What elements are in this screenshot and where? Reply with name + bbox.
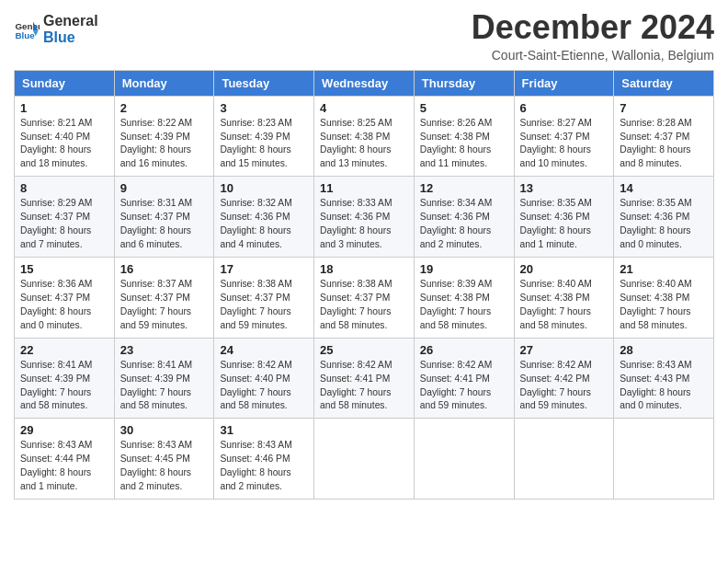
title-area: December 2024 Court-Saint-Etienne, Wallo… xyxy=(472,9,714,63)
calendar-cell: 9Sunrise: 8:31 AMSunset: 4:37 PMDaylight… xyxy=(114,177,214,258)
day-number: 15 xyxy=(20,262,108,276)
calendar-cell: 12Sunrise: 8:34 AMSunset: 4:36 PMDayligh… xyxy=(414,177,514,258)
calendar-cell xyxy=(614,419,714,500)
day-info: Sunrise: 8:38 AMSunset: 4:37 PMDaylight:… xyxy=(220,278,308,333)
calendar-cell: 1Sunrise: 8:21 AMSunset: 4:40 PMDaylight… xyxy=(15,96,115,177)
day-info: Sunrise: 8:42 AMSunset: 4:42 PMDaylight:… xyxy=(520,359,609,414)
day-info: Sunrise: 8:43 AMSunset: 4:44 PMDaylight:… xyxy=(20,439,108,494)
day-number: 19 xyxy=(420,262,508,276)
calendar-cell: 22Sunrise: 8:41 AMSunset: 4:39 PMDayligh… xyxy=(15,338,115,419)
day-number: 3 xyxy=(220,101,308,115)
day-info: Sunrise: 8:32 AMSunset: 4:36 PMDaylight:… xyxy=(220,197,308,252)
calendar-cell: 25Sunrise: 8:42 AMSunset: 4:41 PMDayligh… xyxy=(314,338,415,419)
calendar-week-4: 22Sunrise: 8:41 AMSunset: 4:39 PMDayligh… xyxy=(15,338,714,419)
calendar-cell: 31Sunrise: 8:43 AMSunset: 4:46 PMDayligh… xyxy=(214,419,314,500)
day-number: 31 xyxy=(220,423,308,437)
day-info: Sunrise: 8:42 AMSunset: 4:40 PMDaylight:… xyxy=(220,359,308,414)
logo-general: General xyxy=(43,13,98,29)
day-info: Sunrise: 8:35 AMSunset: 4:36 PMDaylight:… xyxy=(520,197,609,252)
calendar-cell: 27Sunrise: 8:42 AMSunset: 4:42 PMDayligh… xyxy=(514,338,614,419)
logo: General Blue General Blue xyxy=(14,13,98,47)
day-number: 16 xyxy=(120,262,209,276)
day-number: 29 xyxy=(20,423,108,437)
calendar-week-1: 1Sunrise: 8:21 AMSunset: 4:40 PMDaylight… xyxy=(15,96,714,177)
day-info: Sunrise: 8:37 AMSunset: 4:37 PMDaylight:… xyxy=(120,278,209,333)
day-info: Sunrise: 8:29 AMSunset: 4:37 PMDaylight:… xyxy=(20,197,108,252)
day-number: 27 xyxy=(520,343,609,357)
header: General Blue General Blue December 2024 … xyxy=(14,9,714,63)
day-number: 2 xyxy=(120,101,209,115)
location-subtitle: Court-Saint-Etienne, Wallonia, Belgium xyxy=(472,48,714,63)
calendar-cell xyxy=(314,419,415,500)
calendar-cell: 18Sunrise: 8:38 AMSunset: 4:37 PMDayligh… xyxy=(314,257,415,338)
calendar-cell: 23Sunrise: 8:41 AMSunset: 4:39 PMDayligh… xyxy=(114,338,214,419)
day-info: Sunrise: 8:23 AMSunset: 4:39 PMDaylight:… xyxy=(220,117,308,172)
day-info: Sunrise: 8:31 AMSunset: 4:37 PMDaylight:… xyxy=(120,197,209,252)
day-number: 24 xyxy=(220,343,308,357)
day-number: 12 xyxy=(420,181,508,195)
col-header-monday: Monday xyxy=(114,70,214,96)
calendar-cell xyxy=(514,419,614,500)
calendar-cell: 16Sunrise: 8:37 AMSunset: 4:37 PMDayligh… xyxy=(114,257,214,338)
day-info: Sunrise: 8:38 AMSunset: 4:37 PMDaylight:… xyxy=(320,278,408,333)
day-number: 11 xyxy=(320,181,408,195)
calendar-cell: 2Sunrise: 8:22 AMSunset: 4:39 PMDaylight… xyxy=(114,96,214,177)
calendar-cell: 14Sunrise: 8:35 AMSunset: 4:36 PMDayligh… xyxy=(614,177,714,258)
day-info: Sunrise: 8:36 AMSunset: 4:37 PMDaylight:… xyxy=(20,278,108,333)
day-info: Sunrise: 8:22 AMSunset: 4:39 PMDaylight:… xyxy=(120,117,209,172)
day-info: Sunrise: 8:35 AMSunset: 4:36 PMDaylight:… xyxy=(620,197,708,252)
calendar-cell: 15Sunrise: 8:36 AMSunset: 4:37 PMDayligh… xyxy=(15,257,115,338)
calendar-cell: 5Sunrise: 8:26 AMSunset: 4:38 PMDaylight… xyxy=(414,96,514,177)
calendar-cell: 3Sunrise: 8:23 AMSunset: 4:39 PMDaylight… xyxy=(214,96,314,177)
col-header-tuesday: Tuesday xyxy=(214,70,314,96)
day-number: 5 xyxy=(420,101,508,115)
calendar-cell: 11Sunrise: 8:33 AMSunset: 4:36 PMDayligh… xyxy=(314,177,415,258)
day-number: 6 xyxy=(520,101,609,115)
day-info: Sunrise: 8:21 AMSunset: 4:40 PMDaylight:… xyxy=(20,117,108,172)
day-info: Sunrise: 8:40 AMSunset: 4:38 PMDaylight:… xyxy=(620,278,708,333)
day-number: 26 xyxy=(420,343,508,357)
day-number: 4 xyxy=(320,101,408,115)
calendar-week-3: 15Sunrise: 8:36 AMSunset: 4:37 PMDayligh… xyxy=(15,257,714,338)
calendar-cell: 17Sunrise: 8:38 AMSunset: 4:37 PMDayligh… xyxy=(214,257,314,338)
calendar-cell: 28Sunrise: 8:43 AMSunset: 4:43 PMDayligh… xyxy=(614,338,714,419)
calendar-cell xyxy=(414,419,514,500)
col-header-saturday: Saturday xyxy=(614,70,714,96)
day-number: 21 xyxy=(620,262,708,276)
calendar-cell: 21Sunrise: 8:40 AMSunset: 4:38 PMDayligh… xyxy=(614,257,714,338)
day-number: 25 xyxy=(320,343,408,357)
calendar-week-5: 29Sunrise: 8:43 AMSunset: 4:44 PMDayligh… xyxy=(15,419,714,500)
day-number: 7 xyxy=(620,101,708,115)
day-info: Sunrise: 8:34 AMSunset: 4:36 PMDaylight:… xyxy=(420,197,508,252)
day-number: 20 xyxy=(520,262,609,276)
calendar-table: SundayMondayTuesdayWednesdayThursdayFrid… xyxy=(14,70,714,500)
logo-icon: General Blue xyxy=(14,17,40,42)
calendar-cell: 4Sunrise: 8:25 AMSunset: 4:38 PMDaylight… xyxy=(314,96,415,177)
calendar-cell: 24Sunrise: 8:42 AMSunset: 4:40 PMDayligh… xyxy=(214,338,314,419)
logo-blue: Blue xyxy=(43,29,98,46)
calendar-cell: 6Sunrise: 8:27 AMSunset: 4:37 PMDaylight… xyxy=(514,96,614,177)
day-number: 9 xyxy=(120,181,209,195)
calendar-header-row: SundayMondayTuesdayWednesdayThursdayFrid… xyxy=(15,70,714,96)
day-info: Sunrise: 8:43 AMSunset: 4:45 PMDaylight:… xyxy=(120,439,209,494)
calendar-week-2: 8Sunrise: 8:29 AMSunset: 4:37 PMDaylight… xyxy=(15,177,714,258)
svg-text:Blue: Blue xyxy=(15,30,35,40)
calendar-cell: 30Sunrise: 8:43 AMSunset: 4:45 PMDayligh… xyxy=(114,419,214,500)
day-number: 13 xyxy=(520,181,609,195)
day-info: Sunrise: 8:41 AMSunset: 4:39 PMDaylight:… xyxy=(120,359,209,414)
day-number: 10 xyxy=(220,181,308,195)
day-info: Sunrise: 8:43 AMSunset: 4:46 PMDaylight:… xyxy=(220,439,308,494)
day-info: Sunrise: 8:27 AMSunset: 4:37 PMDaylight:… xyxy=(520,117,609,172)
col-header-friday: Friday xyxy=(514,70,614,96)
day-info: Sunrise: 8:25 AMSunset: 4:38 PMDaylight:… xyxy=(320,117,408,172)
day-info: Sunrise: 8:43 AMSunset: 4:43 PMDaylight:… xyxy=(620,359,708,414)
day-info: Sunrise: 8:40 AMSunset: 4:38 PMDaylight:… xyxy=(520,278,609,333)
calendar-cell: 19Sunrise: 8:39 AMSunset: 4:38 PMDayligh… xyxy=(414,257,514,338)
col-header-wednesday: Wednesday xyxy=(314,70,415,96)
calendar-cell: 8Sunrise: 8:29 AMSunset: 4:37 PMDaylight… xyxy=(15,177,115,258)
day-info: Sunrise: 8:42 AMSunset: 4:41 PMDaylight:… xyxy=(420,359,508,414)
calendar-cell: 20Sunrise: 8:40 AMSunset: 4:38 PMDayligh… xyxy=(514,257,614,338)
col-header-thursday: Thursday xyxy=(414,70,514,96)
day-number: 18 xyxy=(320,262,408,276)
day-number: 8 xyxy=(20,181,108,195)
